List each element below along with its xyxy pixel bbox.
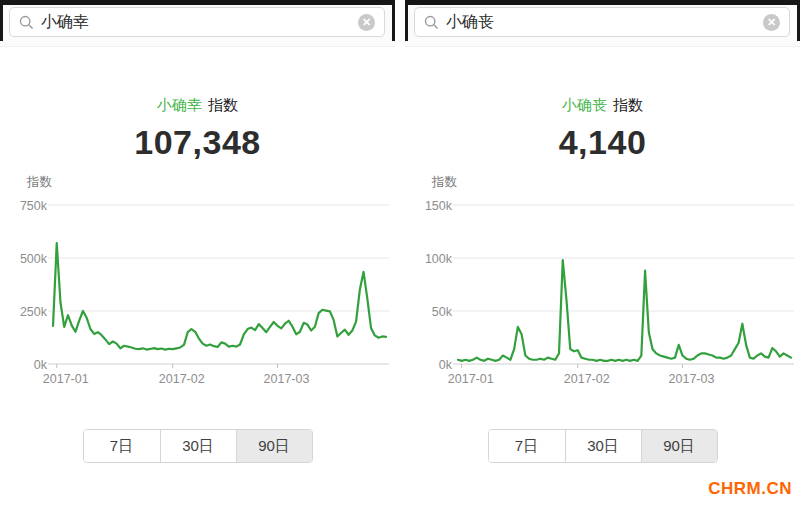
svg-text:指数: 指数	[26, 175, 53, 189]
clear-search-icon[interactable]: ✕	[763, 14, 780, 31]
range-30d-button[interactable]: 30日	[565, 430, 641, 462]
svg-text:500k: 500k	[20, 252, 48, 266]
svg-text:2017-02: 2017-02	[564, 372, 610, 386]
index-title: 小确幸指数	[0, 96, 395, 115]
keyword-label: 小确幸	[157, 96, 202, 113]
screenshot-right-edge	[392, 0, 395, 41]
range-selector: 7日 30日 90日	[83, 429, 313, 463]
index-value: 107,348	[0, 123, 395, 162]
trend-chart: 150k100k50k0k指数2017-012017-022017-03	[405, 168, 800, 400]
range-7d-button[interactable]: 7日	[489, 430, 565, 462]
range-7d-button[interactable]: 7日	[84, 430, 160, 462]
search-icon	[424, 15, 439, 30]
range-90d-button[interactable]: 90日	[641, 430, 717, 462]
svg-text:50k: 50k	[432, 305, 453, 319]
search-query-text[interactable]: 小确丧	[446, 12, 763, 33]
range-90d-button[interactable]: 90日	[236, 430, 312, 462]
svg-text:0k: 0k	[439, 358, 453, 372]
svg-text:2017-01: 2017-01	[448, 372, 494, 386]
keyword-label: 小确丧	[562, 96, 607, 113]
svg-text:2017-02: 2017-02	[159, 372, 205, 386]
svg-text:2017-03: 2017-03	[669, 372, 715, 386]
index-panel-left: 小确幸 ✕ 小确幸指数 107,348 750k500k250k0k指数2017…	[0, 0, 395, 506]
index-suffix-label: 指数	[613, 96, 643, 113]
watermark: CHRM.CN	[708, 479, 792, 499]
search-input[interactable]: 小确幸 ✕	[9, 7, 385, 37]
index-value: 4,140	[405, 123, 800, 162]
index-title: 小确丧指数	[405, 96, 800, 115]
range-30d-button[interactable]: 30日	[160, 430, 236, 462]
search-query-text[interactable]: 小确幸	[41, 12, 358, 33]
svg-text:150k: 150k	[425, 199, 453, 213]
search-icon	[19, 15, 34, 30]
svg-text:100k: 100k	[425, 252, 453, 266]
screenshot-left-edge	[405, 0, 408, 41]
trend-chart: 750k500k250k0k指数2017-012017-022017-03	[0, 168, 395, 400]
svg-text:0k: 0k	[34, 358, 48, 372]
svg-text:750k: 750k	[20, 199, 48, 213]
svg-text:2017-03: 2017-03	[264, 372, 310, 386]
svg-text:指数: 指数	[431, 175, 458, 189]
clear-search-icon[interactable]: ✕	[358, 14, 375, 31]
svg-text:2017-01: 2017-01	[43, 372, 89, 386]
screenshot-top-edge	[0, 0, 395, 5]
range-selector: 7日 30日 90日	[488, 429, 718, 463]
index-panel-right: 小确丧 ✕ 小确丧指数 4,140 150k100k50k0k指数2017-01…	[405, 0, 800, 506]
search-input[interactable]: 小确丧 ✕	[414, 7, 790, 37]
index-suffix-label: 指数	[208, 96, 238, 113]
screenshot-left-edge	[0, 0, 3, 41]
screenshot-top-edge	[405, 0, 800, 5]
svg-text:250k: 250k	[20, 305, 48, 319]
